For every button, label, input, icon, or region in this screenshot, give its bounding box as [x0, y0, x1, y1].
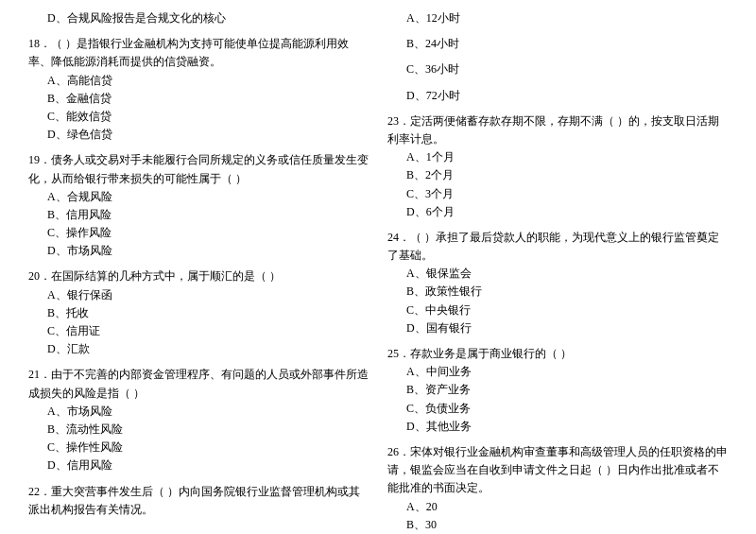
q25-optD: D、其他业务 [387, 418, 728, 436]
q24-optA: A、银保监会 [387, 265, 728, 283]
question-26-title: 26．宋体对银行业金融机构审查董事和高级管理人员的任职资格的申请，银监会应当在自… [387, 443, 728, 498]
page-content: D、合规风险报告是合规文化的核心 18．（ ）是指银行业金融机构为支持可能使单位… [28, 9, 728, 534]
q26-optB: B、30 [387, 516, 728, 534]
question-21-title: 21．由于不完善的内部资金管理程序、有问题的人员或外部事件所造成损失的风险是指（… [28, 366, 369, 402]
question-d-prev: D、合规风险报告是合规文化的核心 [28, 9, 369, 27]
q18-optD: D、绿色信贷 [28, 126, 369, 144]
question-20: 20．在国际结算的几种方式中，属于顺汇的是（ ） A、银行保函 B、托收 C、信… [28, 267, 369, 358]
q24-optD: D、国有银行 [387, 319, 728, 337]
question-a-prev: A、12小时 [387, 9, 728, 27]
opt-d-prev2: D、72小时 [387, 87, 728, 105]
q26-optA: A、20 [387, 498, 728, 516]
opt-a-prev: A、12小时 [387, 9, 728, 27]
q21-optD: D、信用风险 [28, 456, 369, 474]
q23-optA: A、1个月 [387, 148, 728, 166]
q18-optA: A、高能信贷 [28, 72, 369, 90]
question-20-title: 20．在国际结算的几种方式中，属于顺汇的是（ ） [28, 267, 369, 285]
column-left: D、合规风险报告是合规文化的核心 18．（ ）是指银行业金融机构为支持可能使单位… [28, 9, 369, 534]
q19-optC: C、操作风险 [28, 224, 369, 242]
q25-optA: A、中间业务 [387, 363, 728, 381]
q20-optB: B、托收 [28, 304, 369, 322]
question-d-prev2: D、72小时 [387, 87, 728, 105]
q19-optB: B、信用风险 [28, 206, 369, 224]
q19-optA: A、合规风险 [28, 188, 369, 206]
question-22-title: 22．重大突营事件发生后（ ）内向国务院银行业监督管理机构或其派出机构报告有关情… [28, 483, 369, 519]
question-21: 21．由于不完善的内部资金管理程序、有问题的人员或外部事件所造成损失的风险是指（… [28, 366, 369, 474]
question-25-title: 25．存款业务是属于商业银行的（ ） [387, 345, 728, 363]
q23-optB: B、2个月 [387, 166, 728, 184]
question-19: 19．债务人或交易对手未能履行合同所规定的义务或信任质量发生变化，从而给银行带来… [28, 151, 369, 260]
q25-optB: B、资产业务 [387, 381, 728, 399]
question-18: 18．（ ）是指银行业金融机构为支持可能使单位提高能源利用效率、降低能源消耗而提… [28, 35, 369, 144]
q24-optC: C、中央银行 [387, 301, 728, 319]
question-23: 23．定活两便储蓄存款存期不限，存期不满（ ）的，按支取日活期利率计息。 A、1… [387, 112, 728, 221]
q24-optB: B、政策性银行 [387, 283, 728, 301]
q21-optA: A、市场风险 [28, 403, 369, 421]
question-18-title: 18．（ ）是指银行业金融机构为支持可能使单位提高能源利用效率、降低能源消耗而提… [28, 35, 369, 71]
opt-b-prev: B、24小时 [387, 35, 728, 53]
q18-optB: B、金融信贷 [28, 90, 369, 108]
option-d-prev: D、合规风险报告是合规文化的核心 [28, 9, 369, 27]
q20-optA: A、银行保函 [28, 286, 369, 304]
q25-optC: C、负债业务 [387, 400, 728, 418]
opt-c-prev: C、36小时 [387, 60, 728, 78]
q18-optC: C、能效信贷 [28, 108, 369, 126]
q23-optC: C、3个月 [387, 185, 728, 203]
q21-optB: B、流动性风险 [28, 421, 369, 439]
question-19-title: 19．债务人或交易对手未能履行合同所规定的义务或信任质量发生变化，从而给银行带来… [28, 151, 369, 187]
q21-optC: C、操作性风险 [28, 439, 369, 456]
question-24: 24．（ ）承担了最后贷款人的职能，为现代意义上的银行监管奠定了基础。 A、银保… [387, 229, 728, 337]
question-23-title: 23．定活两便储蓄存款存期不限，存期不满（ ）的，按支取日活期利率计息。 [387, 112, 728, 148]
question-c-prev: C、36小时 [387, 60, 728, 78]
q19-optD: D、市场风险 [28, 242, 369, 260]
q20-optD: D、汇款 [28, 340, 369, 358]
question-26: 26．宋体对银行业金融机构审查董事和高级管理人员的任职资格的申请，银监会应当在自… [387, 443, 728, 534]
q20-optC: C、信用证 [28, 322, 369, 340]
question-22: 22．重大突营事件发生后（ ）内向国务院银行业监督管理机构或其派出机构报告有关情… [28, 483, 369, 519]
question-25: 25．存款业务是属于商业银行的（ ） A、中间业务 B、资产业务 C、负债业务 … [387, 345, 728, 436]
column-right: A、12小时 B、24小时 C、36小时 D、72小时 23．定活两便储蓄存款存… [387, 9, 728, 534]
q23-optD: D、6个月 [387, 203, 728, 221]
question-b-prev: B、24小时 [387, 35, 728, 53]
question-24-title: 24．（ ）承担了最后贷款人的职能，为现代意义上的银行监管奠定了基础。 [387, 229, 728, 265]
